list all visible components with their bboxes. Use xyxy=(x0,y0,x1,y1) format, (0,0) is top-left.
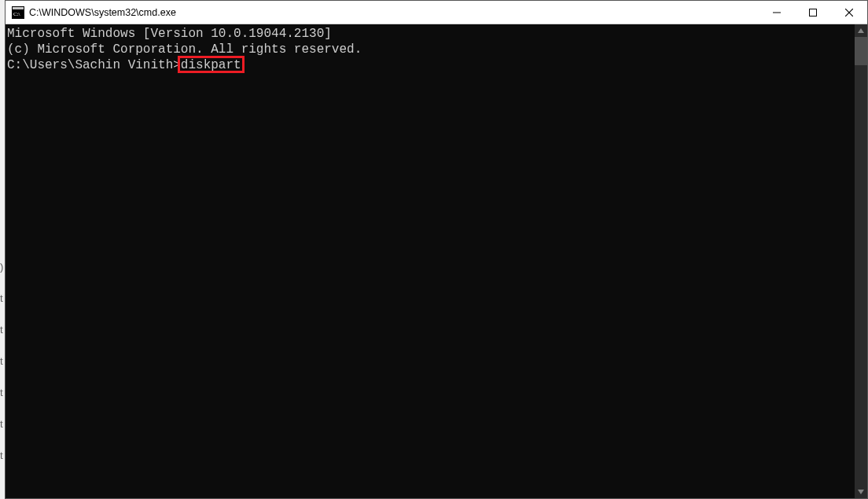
client-area: Microsoft Windows [Version 10.0.19044.21… xyxy=(6,24,867,498)
scroll-down-icon[interactable] xyxy=(855,486,867,498)
cmd-icon: C:\ xyxy=(12,6,24,19)
window-controls xyxy=(759,1,867,24)
terminal-output[interactable]: Microsoft Windows [Version 10.0.19044.21… xyxy=(6,24,855,498)
vertical-scrollbar[interactable] xyxy=(855,24,867,498)
svg-rect-4 xyxy=(810,9,817,16)
svg-marker-7 xyxy=(858,28,864,33)
cmd-window: C:\ C:\WINDOWS\system32\cmd.exe Microsof… xyxy=(5,0,868,499)
close-button[interactable] xyxy=(831,1,867,24)
scroll-thumb[interactable] xyxy=(855,37,867,65)
prompt-text: C:\Users\Sachin Vinith> xyxy=(7,58,181,72)
window-title: C:\WINDOWS\system32\cmd.exe xyxy=(29,7,759,18)
svg-marker-8 xyxy=(858,490,864,494)
copyright-line: (c) Microsoft Corporation. All rights re… xyxy=(7,42,855,57)
command-text: diskpart xyxy=(181,58,241,72)
version-line: Microsoft Windows [Version 10.0.19044.21… xyxy=(7,26,855,42)
scroll-up-icon[interactable] xyxy=(855,24,867,37)
svg-text:C:\: C:\ xyxy=(13,11,20,17)
prompt-line: C:\Users\Sachin Vinith>diskpart xyxy=(7,57,855,73)
titlebar[interactable]: C:\ C:\WINDOWS\system32\cmd.exe xyxy=(6,1,867,24)
svg-rect-1 xyxy=(13,7,24,9)
minimize-button[interactable] xyxy=(759,1,795,24)
maximize-button[interactable] xyxy=(795,1,831,24)
